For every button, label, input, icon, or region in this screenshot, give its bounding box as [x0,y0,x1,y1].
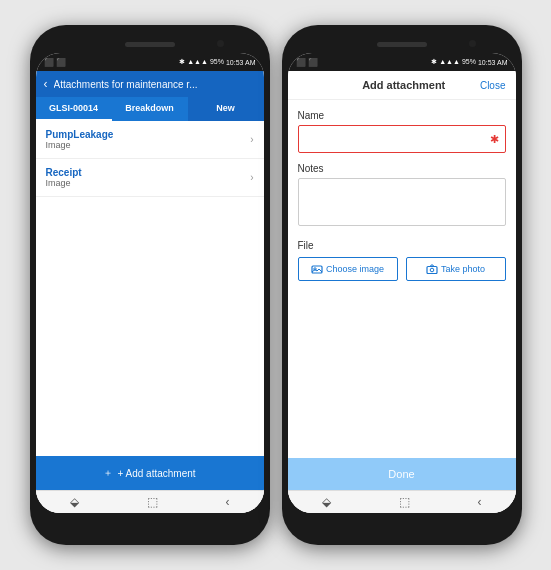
attachment-pump-details: PumpLeakage Image [46,129,114,150]
add-attachment-button[interactable]: ＋ + Add attachment [36,456,264,490]
chevron-icon-pump: › [250,134,253,145]
svg-rect-2 [427,267,437,274]
phone-1-screen: ⬛ ⬛ ✱ ▲▲▲ 95% 10:53 AM ‹ Attachments for… [36,53,264,513]
attachment-pump-name: PumpLeakage [46,129,114,140]
p2-status-right-icons: ✱ ▲▲▲ 95% 10:53 AM [431,58,507,66]
p2-time-display: 10:53 AM [478,59,508,66]
p2-nav-home-icon[interactable]: ⬚ [399,495,410,509]
name-label: Name [298,110,506,121]
p2-nav-recent-icon[interactable]: ⬙ [322,495,331,509]
attachment-item-receipt[interactable]: Receipt Image › [36,159,264,197]
required-star-icon: ✱ [490,133,499,146]
phone-2: ⬛ ⬛ ✱ ▲▲▲ 95% 10:53 AM Add attachment Cl… [282,25,522,545]
status-left-icons: ⬛ ⬛ [44,58,66,67]
name-form-group: Name ✱ [298,110,506,153]
attachment-item-pump[interactable]: PumpLeakage Image › [36,121,264,159]
tab-breakdown[interactable]: Breakdown [112,97,188,121]
chevron-icon-receipt: › [250,172,253,183]
phone-2-bottom-nav: ⬙ ⬚ ‹ [288,490,516,513]
phone-1-camera [217,40,224,47]
attachment-receipt-type: Image [46,178,82,188]
phone-1-bottom-nav: ⬙ ⬚ ‹ [36,490,264,513]
p2-signal-icon: ✱ ▲▲▲ 95% [431,58,476,66]
tab-bar: GLSI-00014 Breakdown New [36,97,264,121]
phone-1-top-bar [36,35,264,53]
status-right-icons: ✱ ▲▲▲ 95% 10:53 AM [179,58,255,66]
attachment-receipt-details: Receipt Image [46,167,82,188]
time-display: 10:53 AM [226,59,256,66]
done-button[interactable]: Done [388,468,414,480]
nav-home-icon[interactable]: ⬚ [147,495,158,509]
tab-new[interactable]: New [188,97,264,121]
phone-2-status-bar: ⬛ ⬛ ✱ ▲▲▲ 95% 10:53 AM [288,53,516,71]
nav-recent-icon[interactable]: ⬙ [70,495,79,509]
modal-footer: Done [288,458,516,490]
phone-2-speaker [377,42,427,47]
phone-1-content: ‹ Attachments for maintenance r... GLSI-… [36,71,264,513]
add-attachment-label: + Add attachment [117,468,195,479]
notes-label: Notes [298,163,506,174]
back-arrow-icon[interactable]: ‹ [44,77,48,91]
attachment-receipt-name: Receipt [46,167,82,178]
p2-status-left: ⬛ ⬛ [296,58,318,67]
plus-icon: ＋ [103,466,113,480]
nav-title: Attachments for maintenance r... [54,79,256,90]
signal-icon: ✱ ▲▲▲ 95% [179,58,224,66]
tab-id[interactable]: GLSI-00014 [36,97,112,121]
attachment-pump-type: Image [46,140,114,150]
svg-point-3 [430,268,434,272]
file-form-group: File Choose image [298,240,506,281]
phone-2-screen: ⬛ ⬛ ✱ ▲▲▲ 95% 10:53 AM Add attachment Cl… [288,53,516,513]
modal-body: Name ✱ Notes File [288,100,516,458]
take-photo-button[interactable]: Take photo [406,257,506,281]
name-input-container: ✱ [298,125,506,153]
choose-image-button[interactable]: Choose image [298,257,398,281]
nav-bar: ‹ Attachments for maintenance r... [36,71,264,97]
phone-1-status-bar: ⬛ ⬛ ✱ ▲▲▲ 95% 10:53 AM [36,53,264,71]
phone-2-top-bar [288,35,516,53]
choose-image-label: Choose image [326,264,384,274]
p2-nav-back-icon[interactable]: ‹ [478,495,482,509]
file-buttons-container: Choose image Take photo [298,257,506,281]
notes-form-group: Notes [298,163,506,230]
image-icon [311,264,323,274]
take-photo-label: Take photo [441,264,485,274]
phone-2-camera [469,40,476,47]
modal-close-button[interactable]: Close [480,80,506,91]
nav-back-icon[interactable]: ‹ [226,495,230,509]
phone-2-content: Add attachment Close Name ✱ Notes [288,71,516,513]
attachment-list: PumpLeakage Image › Receipt Image › [36,121,264,456]
phone-1: ⬛ ⬛ ✱ ▲▲▲ 95% 10:53 AM ‹ Attachments for… [30,25,270,545]
modal-header: Add attachment Close [288,71,516,100]
camera-icon [426,264,438,274]
notes-input[interactable] [298,178,506,226]
phone-1-speaker [125,42,175,47]
file-label: File [298,240,506,251]
name-input[interactable] [315,134,490,145]
modal-title: Add attachment [328,79,480,91]
